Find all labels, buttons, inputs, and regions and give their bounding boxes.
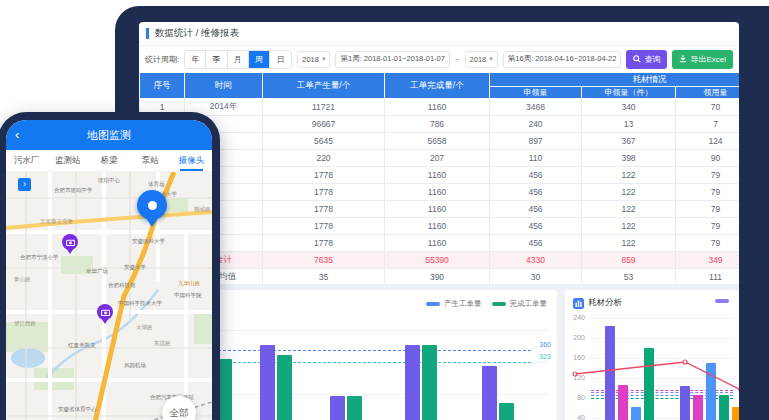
table-cell: 11721 (263, 99, 385, 116)
report-table: 序号时间工单产生量/个工单完成量/个耗材情况申领量申领量（件）领用量余量 120… (139, 72, 739, 286)
table-cell: 79 (676, 201, 740, 218)
camera-marker[interactable] (97, 304, 113, 320)
tab-污水厂[interactable]: 污水厂 (6, 150, 47, 171)
table-cell: 5658 (385, 133, 490, 150)
breadcrumb-accent-bar (146, 28, 149, 39)
period-segmented-control: 年季月周日 (184, 50, 292, 69)
start-week-input[interactable]: 第1周: 2018-01-01~2018-01-07 (335, 51, 449, 68)
bar-产生工单量 (482, 366, 497, 420)
range-separator: ~ (455, 55, 460, 64)
period-option[interactable]: 周 (249, 51, 270, 68)
table-cell: 897 (490, 133, 582, 150)
table-cell: 349 (676, 252, 740, 269)
tab-桥梁[interactable]: 桥梁 (88, 150, 129, 171)
sub-column-header: 申领量（件） (582, 87, 676, 99)
breadcrumb-text: 数据统计 / 维修报表 (155, 27, 239, 40)
table-cell: 79 (676, 167, 740, 184)
tab-摄像头[interactable]: 摄像头 (171, 150, 212, 171)
table-cell: 1160 (385, 235, 490, 252)
table-row: 564556588973671241295 (140, 133, 740, 150)
table-cell: 7635 (263, 252, 385, 269)
selected-location-pin[interactable] (137, 190, 167, 220)
table-cell: 456 (490, 201, 582, 218)
column-header: 工单产生量/个 (263, 73, 385, 99)
chevron-down-icon: ▾ (322, 55, 326, 63)
table-cell: 96667 (263, 116, 385, 133)
chevron-down-icon: ▾ (489, 55, 493, 63)
end-week-input[interactable]: 第16周: 2018-04-16~2018-04-22 (503, 51, 622, 68)
column-header: 时间 (185, 73, 263, 99)
table-cell: 390 (385, 269, 490, 286)
period-option[interactable]: 日 (270, 51, 291, 68)
table-row: 96667786240137690 (140, 116, 740, 133)
table-cell: 79 (676, 218, 740, 235)
table-cell: 1160 (385, 99, 490, 116)
table-row: 177811604561227967 (140, 201, 740, 218)
tab-监测站[interactable]: 监测站 (47, 150, 88, 171)
table-cell: 456 (490, 184, 582, 201)
table-cell: 70 (676, 99, 740, 116)
bar-产生工单量 (405, 345, 420, 420)
sub-column-header: 申领量 (490, 87, 582, 99)
consumables-chart-card: 耗材分析 2402001601208040 (565, 290, 739, 420)
search-icon (633, 55, 641, 63)
breadcrumb: 数据统计 / 维修报表 (139, 22, 739, 46)
phone-tab-bar: 污水厂监测站桥梁泵站摄像头 (6, 150, 212, 172)
table-row: 177811604561227967 (140, 184, 740, 201)
reference-label: 360 (539, 341, 551, 348)
camera-marker[interactable] (62, 234, 78, 250)
table-row: 177811604561227967 (140, 167, 740, 184)
export-excel-button[interactable]: 导出Excel (672, 50, 733, 69)
table-cell: 786 (385, 116, 490, 133)
back-icon[interactable]: ‹ (15, 128, 29, 142)
query-button[interactable]: 查询 (626, 50, 667, 69)
dashboard-panel: 数据统计 / 维修报表 统计周期: 年季月周日 2018▾ 第1周: 2018-… (139, 22, 739, 420)
expand-icon[interactable]: › (18, 178, 31, 191)
charts-section: 产生工单量完成工单量 360323 耗材分析 2 (139, 284, 739, 420)
bar-产生工单量 (330, 396, 345, 420)
table-cell: 122 (582, 167, 676, 184)
table-cell: 5645 (263, 133, 385, 150)
period-label: 统计周期: (145, 54, 179, 65)
phone-screen: ‹ 地图监测 污水厂监测站桥梁泵站摄像头 (6, 120, 212, 420)
sub-column-header: 领用量 (676, 87, 740, 99)
group-header: 耗材情况 (490, 73, 740, 87)
table-cell: 367 (582, 133, 676, 150)
camera-icon (66, 239, 75, 246)
end-year-select[interactable]: 2018▾ (465, 51, 498, 68)
period-option[interactable]: 季 (206, 51, 227, 68)
table-cell: 90 (676, 150, 740, 167)
consumables-bar-chart: 2402001601208040 (565, 290, 739, 420)
table-cell: 1160 (385, 201, 490, 218)
bar-完成工单量 (422, 345, 437, 420)
period-option[interactable]: 年 (185, 51, 206, 68)
table-cell: 456 (490, 167, 582, 184)
table-row: 2202071103989019 (140, 150, 740, 167)
table-cell: 220 (263, 150, 385, 167)
period-option[interactable]: 月 (228, 51, 249, 68)
table-cell: 122 (582, 184, 676, 201)
tab-泵站[interactable]: 泵站 (130, 150, 171, 171)
table-cell: 13 (582, 116, 676, 133)
start-year-select[interactable]: 2018▾ (297, 51, 330, 68)
table-cell: 1778 (263, 167, 385, 184)
table-cell: 7 (676, 116, 740, 133)
table-cell: 55390 (385, 252, 490, 269)
table-cell: 122 (582, 201, 676, 218)
table-cell: 79 (676, 184, 740, 201)
table-cell: 124 (676, 133, 740, 150)
average-row: 平均值353903053111145 (140, 269, 740, 286)
table-cell: 4330 (490, 252, 582, 269)
table-cell: 1778 (263, 201, 385, 218)
table-cell: 111 (676, 269, 740, 286)
table-cell: 340 (582, 99, 676, 116)
column-header: 工单完成量/个 (385, 73, 490, 99)
total-row: 合计7635553904330859349332 (140, 252, 740, 269)
bar-产生工单量 (260, 345, 275, 420)
table-cell: 35 (263, 269, 385, 286)
table-cell: 456 (490, 218, 582, 235)
table-cell: 79 (676, 235, 740, 252)
map-view[interactable]: 琥珀中心合肥市琥珀中学体育场安徽农业大学五里墩立交桥桐城路安徽医科大学合肥市宁溪… (6, 172, 212, 420)
table-cell: 456 (490, 235, 582, 252)
table-cell: 110 (490, 150, 582, 167)
